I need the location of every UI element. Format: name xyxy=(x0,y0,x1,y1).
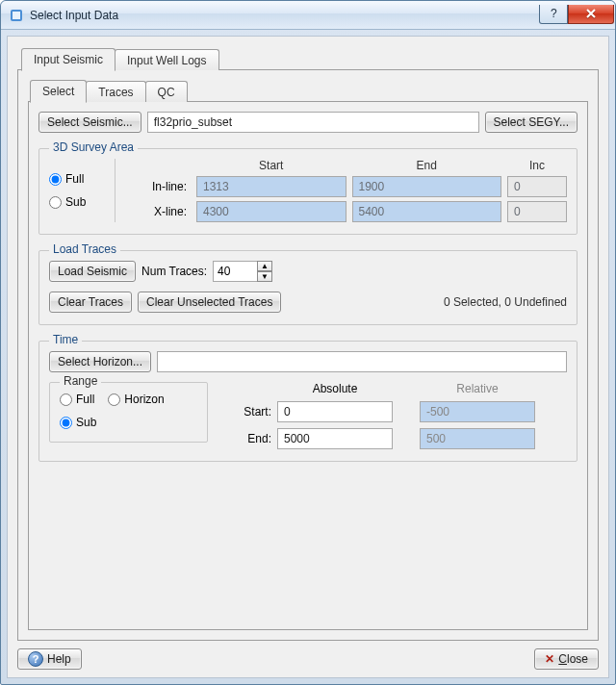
group-legend-survey: 3D Survey Area xyxy=(49,140,138,154)
hdr-end: End xyxy=(352,159,502,172)
tab-input-well-logs[interactable]: Input Well Logs xyxy=(115,49,219,70)
range-horizon-label: Horizon xyxy=(124,393,164,406)
hdr-start: Start xyxy=(196,159,346,172)
inline-inc-input[interactable] xyxy=(507,176,567,197)
radio-sub-input[interactable] xyxy=(49,196,62,209)
svg-rect-1 xyxy=(13,12,20,19)
titlebar-close-button[interactable] xyxy=(568,5,614,24)
subgroup-range: Range Full Horizon xyxy=(49,382,208,443)
titlebar[interactable]: Select Input Data ? xyxy=(1,1,615,30)
inner-tabstrip: Select Traces QC xyxy=(28,80,588,101)
dialog-window: Select Input Data ? Input Seismic Input … xyxy=(0,0,616,685)
clear-unselected-button[interactable]: Clear Unselected Traces xyxy=(138,292,281,313)
range-full[interactable]: Full xyxy=(60,393,94,406)
num-traces-up[interactable]: ▲ xyxy=(257,261,272,271)
survey-headers: Start End Inc xyxy=(123,159,567,172)
tab-select[interactable]: Select xyxy=(30,80,87,103)
load-seismic-button[interactable]: Load Seismic xyxy=(49,261,136,282)
window-title: Select Input Data xyxy=(30,9,539,22)
inner-tabpanel: Select Seismic... Select SEGY... 3D Surv… xyxy=(28,101,588,630)
client-area: Input Seismic Input Well Logs Select Tra… xyxy=(7,36,609,678)
range-sub-label: Sub xyxy=(76,416,96,429)
num-traces-input[interactable] xyxy=(213,261,257,282)
app-icon xyxy=(9,8,24,23)
selection-status: 0 Selected, 0 Undefined xyxy=(444,295,567,309)
svg-text:?: ? xyxy=(551,8,557,19)
help-icon: ? xyxy=(28,651,43,667)
range-sub-input[interactable] xyxy=(60,417,72,429)
window-buttons: ? xyxy=(539,5,614,24)
num-traces-down[interactable]: ▼ xyxy=(257,271,272,282)
select-seismic-row: Select Seismic... Select SEGY... xyxy=(38,112,578,133)
group-legend-load: Load Traces xyxy=(49,242,120,256)
select-horizon-button[interactable]: Select Horizon... xyxy=(49,351,151,372)
help-button[interactable]: ? Help xyxy=(17,648,82,670)
start-rel-input[interactable] xyxy=(420,401,535,422)
horizon-name-input[interactable] xyxy=(157,351,567,372)
end-rel-input[interactable] xyxy=(420,428,535,449)
lbl-end: End: xyxy=(225,432,271,445)
range-full-input[interactable] xyxy=(60,393,72,406)
end-abs-input[interactable] xyxy=(277,428,393,449)
xline-inc-input[interactable] xyxy=(507,201,567,222)
close-icon: ✕ xyxy=(545,652,554,666)
outer-tabpanel: Select Traces QC Select Seismic... Selec… xyxy=(17,69,599,641)
start-abs-input[interactable] xyxy=(277,401,393,422)
inline-start-input[interactable] xyxy=(196,176,346,197)
tab-input-seismic[interactable]: Input Seismic xyxy=(21,48,116,71)
lbl-start: Start: xyxy=(225,405,271,419)
time-columns: Absolute Relative Start: xyxy=(225,382,535,449)
group-load-traces: Load Traces Load Seismic Num Traces: ▲ ▼ xyxy=(38,250,578,325)
range-sub[interactable]: Sub xyxy=(60,416,96,429)
col-absolute: Absolute xyxy=(277,382,393,395)
range-horizon-input[interactable] xyxy=(108,393,120,406)
col-relative: Relative xyxy=(420,382,535,395)
hdr-inc: Inc xyxy=(507,159,567,172)
num-traces-label: Num Traces: xyxy=(141,265,207,278)
radio-full[interactable]: Full xyxy=(49,172,107,186)
num-traces-spin[interactable]: ▲ ▼ xyxy=(213,261,272,282)
inline-end-input[interactable] xyxy=(352,176,502,197)
seismic-name-input[interactable] xyxy=(147,112,479,133)
survey-vsep xyxy=(115,159,116,222)
xline-end-input[interactable] xyxy=(352,201,502,222)
clear-traces-button[interactable]: Clear Traces xyxy=(49,292,132,313)
group-3d-survey-area: 3D Survey Area Full Sub xyxy=(38,148,578,235)
close-button[interactable]: ✕ Close xyxy=(534,648,599,670)
range-legend: Range xyxy=(60,374,101,388)
radio-sub[interactable]: Sub xyxy=(49,195,107,209)
outer-tabstrip: Input Seismic Input Well Logs xyxy=(17,46,599,69)
select-seismic-button[interactable]: Select Seismic... xyxy=(38,112,141,133)
tab-qc[interactable]: QC xyxy=(145,81,188,102)
radio-sub-label: Sub xyxy=(65,195,86,209)
select-segy-button[interactable]: Select SEGY... xyxy=(485,112,578,133)
range-horizon[interactable]: Horizon xyxy=(108,393,164,406)
lbl-xline: X-line: xyxy=(123,205,191,218)
close-label: Close xyxy=(558,652,588,666)
lbl-inline: In-line: xyxy=(123,180,191,193)
help-label: Help xyxy=(47,652,71,666)
xline-start-input[interactable] xyxy=(196,201,346,222)
group-time: Time Select Horizon... Range Full xyxy=(38,341,578,462)
radio-full-input[interactable] xyxy=(49,173,62,186)
group-legend-time: Time xyxy=(49,333,82,346)
tab-traces[interactable]: Traces xyxy=(86,81,145,102)
dialog-footer: ? Help ✕ Close xyxy=(17,641,599,670)
range-full-label: Full xyxy=(76,393,94,406)
titlebar-help-button[interactable]: ? xyxy=(539,5,568,24)
radio-full-label: Full xyxy=(65,172,84,186)
